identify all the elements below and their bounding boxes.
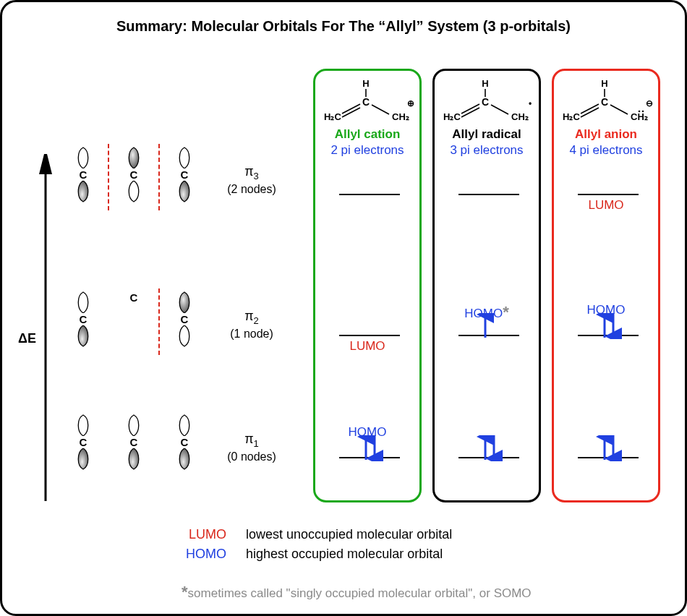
legend-lumo-label: LUMO bbox=[176, 527, 226, 542]
energy-level-pi3 bbox=[458, 194, 519, 195]
orbital-pi1-carbon-1: C bbox=[67, 414, 99, 470]
species-name-anion: Allyl anion bbox=[554, 127, 658, 142]
orbital-label-pi3: π3(2 nodes) bbox=[219, 164, 284, 197]
svg-text:H₂C: H₂C bbox=[563, 111, 580, 122]
orbital-pi2-carbon-3: C bbox=[168, 291, 200, 347]
orbital-row-pi3: C C C π3(2 nodes) bbox=[2, 147, 306, 219]
allyl-structure-radical: H C H₂C CH₂ • bbox=[435, 78, 539, 124]
svg-text:•: • bbox=[529, 98, 532, 108]
pi-electron-count-anion: 4 pi electrons bbox=[554, 143, 658, 158]
orbital-pi2-carbon-1: C bbox=[67, 291, 99, 347]
orbital-label-pi1: π1(0 nodes) bbox=[219, 432, 284, 464]
species-box-cation: H C H₂C CH₂ ⊕ Allyl cation2 pi electrons… bbox=[313, 69, 422, 502]
node-line bbox=[158, 288, 160, 355]
svg-text:H: H bbox=[362, 78, 369, 89]
structure-icon: H C H₂C CH₂ ⊕ bbox=[315, 78, 424, 124]
orbital-pi1-carbon-3: C bbox=[168, 414, 200, 470]
svg-line-8 bbox=[372, 105, 389, 114]
carbon-label: C bbox=[118, 291, 150, 304]
footnote-text: sometimes called "singly occupied molecu… bbox=[188, 586, 532, 600]
svg-text:H: H bbox=[482, 78, 488, 89]
orbital-pi3-carbon-3: C bbox=[168, 147, 200, 202]
legend-homo-row: HOMO highest occupied molecular orbital bbox=[176, 547, 452, 562]
pi-electron-count-radical: 3 pi electrons bbox=[435, 143, 539, 158]
legend-homo-text: highest occupied molecular orbital bbox=[246, 547, 443, 561]
svg-text:⊖: ⊖ bbox=[646, 98, 653, 108]
species-name-radical: Allyl radical bbox=[435, 127, 539, 142]
species-box-anion: H C H₂C CH₂ ⊖ Allyl anion4 pi electronsL… bbox=[552, 69, 660, 502]
energy-level-pi3 bbox=[578, 194, 639, 195]
carbon-label: C bbox=[67, 313, 99, 325]
svg-text:C: C bbox=[362, 96, 370, 108]
diagram-title: Summary: Molecular Orbitals For The “All… bbox=[2, 18, 685, 35]
lumo-label-cation-pi2: LUMO bbox=[315, 339, 419, 354]
legend-lumo-text: lowest unoccupied molecular orbital bbox=[246, 527, 452, 542]
energy-level-pi3 bbox=[339, 194, 400, 195]
legend-homo-label: HOMO bbox=[176, 547, 226, 562]
orbital-row-pi1: C C C π1(0 nodes) bbox=[2, 414, 306, 487]
orbital-pi1-carbon-2: C bbox=[118, 414, 150, 470]
energy-level-pi2 bbox=[339, 335, 400, 336]
species-name-cation: Allyl cation bbox=[315, 127, 419, 142]
species-box-radical: H C H₂C CH₂ • Allyl radical3 pi electron… bbox=[432, 69, 541, 502]
svg-text:H₂C: H₂C bbox=[324, 111, 341, 122]
allyl-structure-cation: H C H₂C CH₂ ⊕ bbox=[315, 78, 419, 124]
svg-text:C: C bbox=[601, 96, 608, 108]
carbon-label: C bbox=[168, 313, 200, 325]
svg-point-35 bbox=[642, 111, 644, 113]
svg-text:CH₂: CH₂ bbox=[392, 111, 409, 122]
allyl-structure-anion: H C H₂C CH₂ ⊖ bbox=[554, 78, 658, 124]
diagram-frame: Summary: Molecular Orbitals For The “All… bbox=[0, 0, 687, 616]
orbital-row-pi2: C C C π2(1 node) bbox=[2, 291, 306, 364]
svg-text:CH₂: CH₂ bbox=[631, 111, 648, 122]
svg-text:H₂C: H₂C bbox=[443, 111, 461, 122]
footnote-asterisk: * bbox=[182, 583, 188, 601]
svg-line-31 bbox=[610, 105, 628, 114]
orbital-pi3-carbon-2: C bbox=[118, 147, 150, 202]
carbon-label: C bbox=[118, 168, 150, 181]
svg-text:C: C bbox=[482, 96, 489, 108]
structure-icon: H C H₂C CH₂ • bbox=[435, 78, 543, 124]
lumo-label-anion-pi3: LUMO bbox=[554, 198, 658, 213]
carbon-label: C bbox=[67, 436, 99, 448]
carbon-label: C bbox=[67, 168, 99, 181]
svg-line-19 bbox=[491, 105, 508, 114]
svg-text:⊕: ⊕ bbox=[407, 98, 414, 108]
svg-text:CH₂: CH₂ bbox=[511, 111, 529, 122]
legend-lumo-row: LUMO lowest unoccupied molecular orbital bbox=[176, 527, 452, 542]
svg-point-34 bbox=[639, 111, 641, 113]
orbital-pi2-carbon-2: C bbox=[118, 291, 150, 304]
carbon-label: C bbox=[168, 436, 200, 448]
footnote: *sometimes called "singly occupied molec… bbox=[182, 583, 532, 602]
orbital-label-pi2: π2(1 node) bbox=[219, 309, 284, 341]
carbon-label: C bbox=[118, 436, 150, 448]
structure-icon: H C H₂C CH₂ ⊖ bbox=[554, 78, 662, 124]
node-line bbox=[158, 144, 160, 210]
node-line bbox=[108, 144, 109, 210]
legend: LUMO lowest unoccupied molecular orbital… bbox=[176, 527, 452, 566]
carbon-label: C bbox=[168, 168, 200, 181]
pi-electron-count-cation: 2 pi electrons bbox=[315, 143, 419, 158]
orbital-pi3-carbon-1: C bbox=[67, 147, 99, 202]
svg-text:H: H bbox=[601, 78, 607, 89]
